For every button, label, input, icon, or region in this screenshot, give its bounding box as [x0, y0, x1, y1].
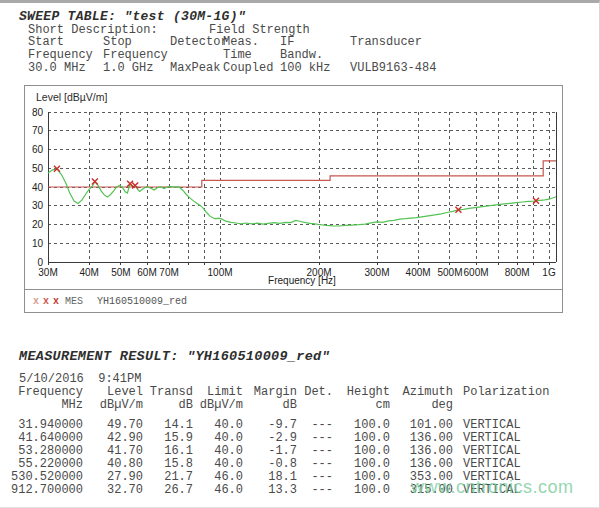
result-table-cell: 32.70 — [83, 484, 143, 497]
result-table-cell: 15.9 — [143, 432, 193, 445]
svg-text:40: 40 — [32, 182, 44, 193]
result-table-cell: 21.7 — [143, 471, 193, 484]
result-table-cell: VERTICAL — [453, 412, 563, 432]
result-table-cell: 18.1 — [243, 471, 297, 484]
sweep-column: StopFrequency1.0 GHz — [103, 36, 168, 75]
legend-series-label: MES — [65, 296, 83, 307]
result-table-cell: 13.3 — [243, 484, 297, 497]
result-table-cell: 40.0 — [193, 432, 243, 445]
svg-text:60: 60 — [32, 144, 44, 155]
result-table-header-cell: dB — [143, 399, 193, 412]
result-title: MEASUREMENT RESULT: "YH160510009_red" — [19, 349, 330, 365]
result-table-header-cell: dBµV/m — [193, 399, 243, 412]
svg-text:80: 80 — [32, 107, 44, 118]
result-table-cell: 55.220000 — [10, 458, 83, 471]
result-table-header-cell — [453, 399, 563, 412]
result-table-row: 55.22000040.8015.840.0-0.8---100.0136.00… — [10, 458, 563, 471]
result-table-row: 530.52000027.9021.746.018.1---100.0353.0… — [10, 471, 563, 484]
result-table-row: 912.70000032.7026.746.013.3---100.0315.0… — [10, 484, 563, 497]
result-table-cell: 16.1 — [143, 445, 193, 458]
result-table-header-cell: Transd — [143, 386, 193, 399]
sweep-column: IFBandw.100 kHz — [280, 36, 330, 75]
result-table-cell: VERTICAL — [453, 484, 563, 497]
result-table-header-cell: deg — [390, 399, 453, 412]
result-table-cell: 26.7 — [143, 484, 193, 497]
result-table-cell: VERTICAL — [453, 445, 563, 458]
result-table-header-cell: dBµV/m — [83, 399, 143, 412]
result-table-cell: VERTICAL — [453, 458, 563, 471]
sweep-column: Meas.TimeCoupled — [223, 36, 273, 75]
svg-text:30: 30 — [32, 200, 44, 211]
result-table-cell: 353.00 — [390, 471, 453, 484]
result-table-cell: VERTICAL — [453, 432, 563, 445]
result-table-header-cell: dB — [243, 399, 297, 412]
result-table-unit-row: MHzdBµV/mdBdBµV/mdBcmdeg — [10, 399, 563, 412]
result-table-cell: 40.0 — [193, 445, 243, 458]
result-table-header-cell: Margin — [243, 386, 297, 399]
result-table-cell: -1.7 — [243, 445, 297, 458]
sweep-column-line: Transducer — [350, 36, 436, 49]
svg-text:0: 0 — [37, 257, 43, 268]
result-table-cell: 100.0 — [333, 432, 390, 445]
result-table-cell: --- — [297, 484, 333, 497]
result-table-cell: 136.00 — [390, 458, 453, 471]
result-table-row: 41.64000042.9015.940.0-2.9---100.0136.00… — [10, 432, 563, 445]
result-table-cell: 27.90 — [83, 471, 143, 484]
result-table-header-cell: Limit — [193, 386, 243, 399]
sweep-column: StartFrequency30.0 MHz — [28, 36, 93, 75]
result-table-cell: --- — [297, 471, 333, 484]
result-table-cell: 41.70 — [83, 445, 143, 458]
result-table-header-cell: Azimuth — [390, 386, 453, 399]
result-table-cell: --- — [297, 458, 333, 471]
result-table-header-cell: Polarization — [453, 386, 563, 399]
legend-marker-x-icon: x — [33, 296, 39, 307]
sweep-column: TransducerVULB9163-484 — [350, 36, 436, 75]
chart-panel: Level [dBµV/m] 0102030405060708030M40M50… — [24, 85, 563, 313]
sweep-column-line: 30.0 MHz — [28, 62, 93, 75]
result-table-cell: 315.00 — [390, 484, 453, 497]
result-table-cell: --- — [297, 432, 333, 445]
sweep-table-title: SWEEP TABLE: "test (30M-1G)" — [19, 9, 246, 24]
result-table-cell: 41.640000 — [10, 432, 83, 445]
result-table-header-cell: MHz — [10, 399, 83, 412]
result-table-header-cell: cm — [333, 399, 390, 412]
result-table-cell: 912.700000 — [10, 484, 83, 497]
sweep-column-line: Detector — [170, 36, 228, 49]
result-table-cell: VERTICAL — [453, 471, 563, 484]
result-table-cell: 31.940000 — [10, 412, 83, 432]
svg-text:70: 70 — [32, 125, 44, 136]
report-page: SWEEP TABLE: "test (30M-1G)" Short Descr… — [0, 0, 600, 508]
result-table-body: 31.94000049.7014.140.0-9.7---100.0101.00… — [10, 412, 563, 497]
result-table-cell: 49.70 — [83, 412, 143, 432]
chart-svg: 0102030405060708030M40M50M60M70M100M200M… — [25, 86, 562, 289]
result-table-cell: 42.90 — [83, 432, 143, 445]
legend-marker-x-icon: x — [53, 296, 59, 307]
result-table: FrequencyLevelTransdLimitMarginDet.Heigh… — [10, 386, 563, 497]
result-table-header-cell — [297, 399, 333, 412]
result-table-cell: 100.0 — [333, 412, 390, 432]
result-table-header-cell: Level — [83, 386, 143, 399]
result-table-header-cell: Frequency — [10, 386, 83, 399]
result-table-cell: 40.0 — [193, 458, 243, 471]
chart-legend: xxx MES YH160510009_red — [25, 289, 562, 312]
result-table-header-cell: Det. — [297, 386, 333, 399]
result-table-row: 31.94000049.7014.140.0-9.7---100.0101.00… — [10, 412, 563, 432]
result-table-cell: 100.0 — [333, 471, 390, 484]
result-table-cell: -0.8 — [243, 458, 297, 471]
svg-text:20: 20 — [32, 219, 44, 230]
result-table-row: 53.28000041.7016.140.0-1.7---100.0136.00… — [10, 445, 563, 458]
result-table-cell: 46.0 — [193, 484, 243, 497]
result-table-cell: 46.0 — [193, 471, 243, 484]
result-table-cell: 15.8 — [143, 458, 193, 471]
result-table-cell: 40.0 — [193, 412, 243, 432]
legend-marker-x-icon: x — [43, 296, 49, 307]
result-table-cell: 100.0 — [333, 484, 390, 497]
svg-text:50: 50 — [32, 163, 44, 174]
result-table-cell: 14.1 — [143, 412, 193, 432]
result-table-cell: 136.00 — [390, 445, 453, 458]
sweep-column-line: MaxPeak — [170, 62, 228, 75]
chart-legend-symbols: xxx — [33, 296, 63, 307]
result-table-header-row: FrequencyLevelTransdLimitMarginDet.Heigh… — [10, 386, 563, 399]
sweep-column-line: VULB9163-484 — [350, 62, 436, 75]
result-table-cell: 53.280000 — [10, 445, 83, 458]
